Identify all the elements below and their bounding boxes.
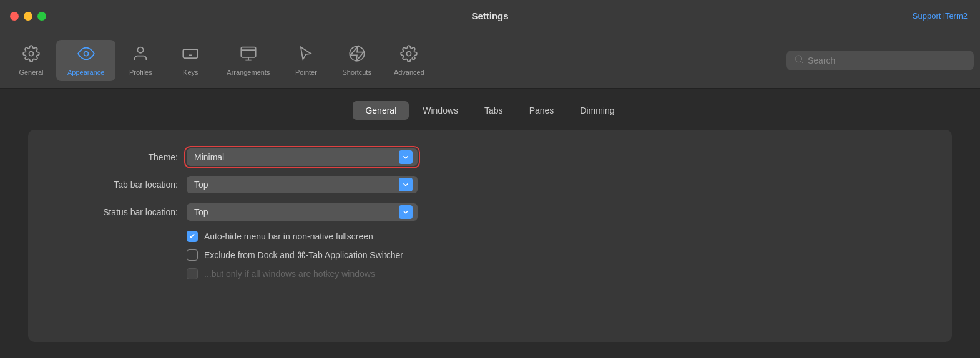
checkbox-autohide[interactable] [187, 231, 198, 242]
toolbar: General Appearance Profiles Keys [0, 32, 980, 89]
theme-select[interactable]: Minimal Dark Light System [187, 148, 418, 166]
tab-bar: General Windows Tabs Panes Dimming [353, 101, 627, 120]
tab-dimming[interactable]: Dimming [567, 101, 627, 120]
svg-point-10 [795, 56, 802, 62]
person-icon [132, 45, 149, 65]
checkbox-autohide-label: Auto-hide menu bar in non-native fullscr… [204, 231, 373, 241]
tab-bar-select[interactable]: Top Bottom [187, 176, 418, 193]
titlebar: Settings Support iTerm2 [0, 0, 980, 32]
toolbar-item-arrangements[interactable]: Arrangements [215, 40, 281, 81]
search-icon [794, 54, 804, 67]
status-bar-location-row: Status bar location: Top Bottom [53, 203, 927, 221]
toolbar-item-general[interactable]: General [6, 40, 56, 81]
svg-point-1 [84, 51, 88, 56]
eye-icon [77, 45, 95, 65]
support-link[interactable]: Support iTerm2 [913, 11, 968, 21]
search-input[interactable] [808, 56, 964, 65]
search-container [786, 51, 974, 70]
close-button[interactable] [10, 12, 19, 21]
toolbar-label-appearance: Appearance [67, 69, 104, 76]
checkbox-hotkey [187, 268, 198, 279]
tab-bar-select-wrapper: Top Bottom [187, 176, 418, 193]
toolbar-label-pointer: Pointer [295, 69, 317, 76]
tab-panes[interactable]: Panes [517, 101, 567, 120]
tab-windows[interactable]: Windows [410, 101, 471, 120]
bolt-icon [348, 45, 366, 65]
toolbar-label-profiles: Profiles [129, 69, 152, 76]
toolbar-item-pointer[interactable]: Pointer [281, 40, 331, 81]
window-title: Settings [471, 11, 508, 21]
theme-row: Theme: Minimal Dark Light System [53, 148, 927, 166]
theme-select-wrapper: Minimal Dark Light System [187, 148, 418, 166]
svg-point-7 [407, 51, 411, 56]
gear-icon [22, 45, 40, 65]
toolbar-label-general: General [19, 69, 43, 76]
checkbox-exclude-dock-label: Exclude from Dock and ⌘-Tab Application … [204, 250, 403, 260]
svg-point-2 [138, 47, 144, 52]
svg-rect-4 [241, 47, 255, 57]
main-content: General Windows Tabs Panes Dimming Theme… [0, 89, 980, 354]
checkbox-exclude-dock-row: Exclude from Dock and ⌘-Tab Application … [187, 249, 927, 261]
keyboard-icon [182, 45, 199, 65]
toolbar-item-profiles[interactable]: Profiles [115, 40, 165, 81]
toolbar-label-shortcuts: Shortcuts [342, 69, 371, 76]
toolbar-item-shortcuts[interactable]: Shortcuts [331, 40, 382, 81]
minimize-button[interactable] [24, 12, 32, 21]
toolbar-item-advanced[interactable]: Advanced [383, 40, 436, 81]
svg-line-11 [801, 61, 803, 63]
toolbar-label-advanced: Advanced [394, 69, 424, 76]
toolbar-label-arrangements: Arrangements [227, 69, 270, 76]
tab-bar-location-row: Tab bar location: Top Bottom [53, 176, 927, 193]
toolbar-label-keys: Keys [183, 69, 198, 76]
checkbox-exclude-dock[interactable] [187, 249, 198, 261]
status-bar-select[interactable]: Top Bottom [187, 203, 418, 221]
checkbox-hotkey-row: ...but only if all windows are hotkey wi… [187, 268, 927, 279]
pointer-icon [297, 45, 315, 65]
tab-tabs[interactable]: Tabs [472, 101, 516, 120]
checkbox-hotkey-label: ...but only if all windows are hotkey wi… [204, 269, 375, 279]
tab-general[interactable]: General [353, 101, 409, 120]
theme-label: Theme: [53, 152, 178, 162]
tab-bar-label: Tab bar location: [53, 180, 178, 190]
svg-rect-3 [184, 49, 198, 58]
toolbar-item-appearance[interactable]: Appearance [56, 40, 115, 81]
traffic-lights [10, 12, 46, 21]
svg-point-0 [29, 51, 34, 56]
status-bar-label: Status bar location: [53, 207, 178, 217]
status-bar-select-wrapper: Top Bottom [187, 203, 418, 221]
toolbar-item-keys[interactable]: Keys [165, 40, 215, 81]
window-icon [240, 45, 257, 65]
svg-point-9 [413, 57, 414, 58]
gear-advanced-icon [400, 45, 418, 65]
checkbox-autohide-row: Auto-hide menu bar in non-native fullscr… [187, 231, 927, 242]
maximize-button[interactable] [37, 12, 46, 21]
settings-panel: Theme: Minimal Dark Light System Tab bar… [28, 130, 952, 342]
